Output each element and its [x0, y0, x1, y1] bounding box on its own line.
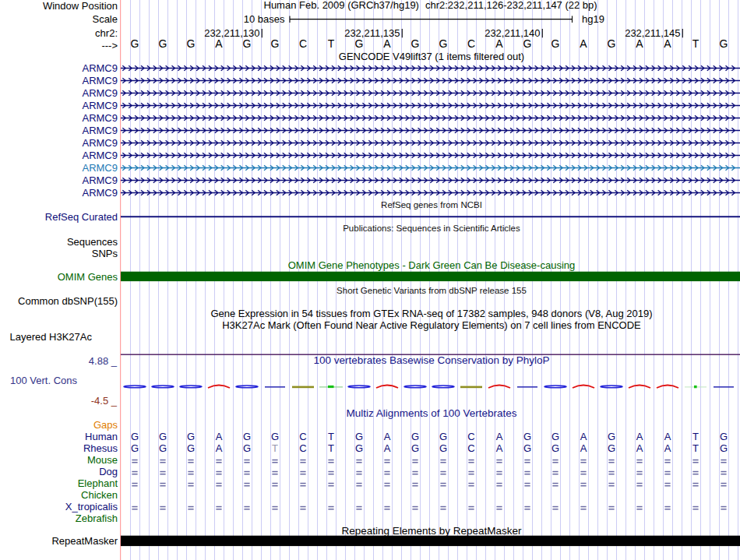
- svg-text:G: G: [411, 442, 419, 454]
- svg-text:G: G: [243, 431, 251, 442]
- svg-text:G: G: [355, 431, 363, 442]
- svg-text:G: G: [439, 442, 447, 454]
- svg-text:A: A: [636, 37, 643, 50]
- svg-text:C: C: [467, 442, 474, 454]
- svg-text:C: C: [467, 37, 475, 50]
- svg-text:A: A: [636, 431, 643, 442]
- svg-text:G: G: [551, 37, 560, 50]
- svg-text:G: G: [159, 37, 167, 50]
- svg-text:A: A: [383, 37, 391, 50]
- svg-text:A: A: [216, 431, 223, 442]
- svg-text:A: A: [215, 37, 223, 50]
- svg-text:G: G: [243, 442, 251, 454]
- svg-text:G: G: [608, 37, 616, 50]
- svg-text:G: G: [720, 37, 728, 50]
- svg-text:T: T: [692, 37, 699, 50]
- svg-text:G: G: [720, 431, 728, 442]
- svg-text:G: G: [355, 442, 363, 454]
- svg-text:T: T: [692, 442, 699, 454]
- svg-text:A: A: [384, 442, 391, 454]
- svg-text:A: A: [664, 431, 671, 442]
- svg-text:G: G: [131, 442, 139, 454]
- svg-text:C: C: [467, 431, 474, 442]
- svg-text:G: G: [187, 37, 196, 50]
- svg-text:T: T: [272, 442, 278, 454]
- svg-text:A: A: [216, 442, 223, 454]
- svg-text:T: T: [328, 431, 334, 442]
- svg-text:A: A: [495, 37, 503, 50]
- svg-text:G: G: [411, 37, 420, 50]
- svg-text:G: G: [551, 442, 559, 454]
- svg-text:G: G: [131, 431, 139, 442]
- svg-text:A: A: [580, 442, 587, 454]
- svg-text:G: G: [411, 431, 419, 442]
- svg-text:T: T: [328, 37, 335, 50]
- svg-text:G: G: [523, 37, 532, 50]
- svg-text:G: G: [439, 37, 448, 50]
- svg-text:G: G: [187, 442, 195, 454]
- svg-text:T: T: [328, 442, 334, 454]
- svg-text:G: G: [243, 37, 252, 50]
- svg-text:G: G: [523, 442, 531, 454]
- svg-text:A: A: [636, 442, 643, 454]
- svg-text:G: G: [159, 442, 167, 454]
- svg-text:A: A: [664, 442, 671, 454]
- svg-text:G: G: [271, 37, 280, 50]
- svg-text:C: C: [299, 37, 307, 50]
- svg-text:G: G: [551, 431, 559, 442]
- svg-text:G: G: [608, 442, 615, 454]
- svg-text:C: C: [299, 442, 306, 454]
- svg-text:G: G: [523, 431, 531, 442]
- svg-text:A: A: [664, 37, 671, 50]
- svg-text:T: T: [692, 431, 699, 442]
- svg-text:G: G: [439, 431, 447, 442]
- svg-text:A: A: [384, 431, 391, 442]
- svg-text:G: G: [355, 37, 364, 50]
- svg-text:G: G: [608, 431, 615, 442]
- svg-text:G: G: [271, 431, 279, 442]
- svg-text:G: G: [131, 37, 139, 50]
- svg-text:A: A: [580, 37, 587, 50]
- svg-text:A: A: [496, 431, 503, 442]
- svg-text:C: C: [299, 431, 306, 442]
- svg-text:G: G: [159, 431, 167, 442]
- svg-text:A: A: [496, 442, 503, 454]
- svg-text:A: A: [580, 431, 587, 442]
- svg-text:G: G: [187, 431, 195, 442]
- svg-text:G: G: [720, 442, 728, 454]
